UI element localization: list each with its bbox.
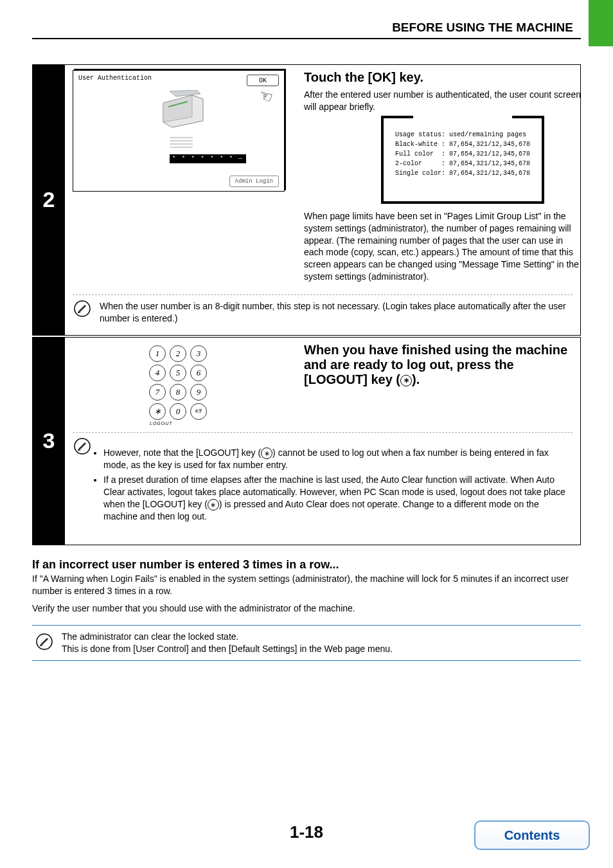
printer-icon <box>157 90 208 129</box>
key-5[interactable]: 5 <box>170 365 186 381</box>
lower-section: If an incorrect user number is entered 3… <box>32 558 581 660</box>
step-3-bullet-list: However, note that the [LOGOUT] key (∗) … <box>100 447 569 525</box>
note-icon <box>74 438 91 457</box>
note-icon <box>36 633 53 653</box>
usage-status-panel: Usage status: used/remaining pages Black… <box>381 118 544 204</box>
svg-marker-2 <box>170 90 200 96</box>
step-2-heading: Touch the [OK] key. <box>304 70 583 85</box>
star-key-icon: ∗ <box>400 375 412 386</box>
paper-slot-icon <box>170 135 193 150</box>
step-number: 2 <box>33 65 65 335</box>
bullet-2: If a preset duration of time elapses aft… <box>103 474 569 523</box>
pointing-hand-icon: ☞ <box>256 86 275 107</box>
masked-input-display: * * * * * * * — <box>170 154 246 163</box>
admin-note: The administrator can clear the locked s… <box>32 625 581 661</box>
step-3-heading: When you have finished using the machine… <box>304 343 573 387</box>
step-3: 3 1 2 3 4 5 6 7 8 9 <box>32 337 581 545</box>
star-key-icon: ∗ <box>208 499 219 511</box>
step-3-notes: However, note that the [LOGOUT] key (∗) … <box>73 438 573 537</box>
page-header: BEFORE USING THE MACHINE <box>392 21 573 35</box>
key-0[interactable]: 0 <box>170 403 186 420</box>
step-number: 3 <box>33 338 65 545</box>
star-key-icon: ∗ <box>261 448 272 459</box>
admin-note-line1: The administrator can clear the locked s… <box>62 631 577 643</box>
logout-key-label: LOGOUT <box>148 421 209 426</box>
usage-status-text: Usage status: used/remaining pages Black… <box>395 130 530 178</box>
step-3-heading-a: When you have finished using the machine… <box>304 343 567 386</box>
step-2: 2 User Authentication OK ☞ <box>32 64 581 336</box>
key-2[interactable]: 2 <box>170 345 186 362</box>
lower-p1: If "A Warning when Login Fails" is enabl… <box>32 573 581 597</box>
numeric-keypad: 1 2 3 4 5 6 7 8 9 ∗ 0 #/P <box>149 343 208 420</box>
bullet-1a: However, note that the [LOGOUT] key ( <box>103 448 261 458</box>
admin-note-line2: This is done from [User Control] and the… <box>62 643 577 655</box>
admin-note-text: The administrator can clear the locked s… <box>62 631 577 655</box>
admin-login-button[interactable]: Admin Login <box>229 176 279 187</box>
contents-button[interactable]: Contents <box>474 820 590 850</box>
key-8[interactable]: 8 <box>170 384 186 401</box>
divider <box>73 432 573 433</box>
header-rule <box>32 38 581 39</box>
key-7[interactable]: 7 <box>149 384 166 401</box>
key-hash-p[interactable]: #/P <box>190 403 207 420</box>
key-6[interactable]: 6 <box>190 365 207 381</box>
lower-heading: If an incorrect user number is entered 3… <box>32 558 581 572</box>
key-4[interactable]: 4 <box>149 365 166 381</box>
step-3-heading-b: ). <box>412 372 420 386</box>
key-1[interactable]: 1 <box>149 345 166 362</box>
step-2-intro: After the entered user number is authent… <box>304 89 583 113</box>
logout-key[interactable]: ∗ <box>149 403 166 420</box>
divider <box>73 294 573 295</box>
step-2-after-usage: When page limits have been set in "Pages… <box>304 210 583 283</box>
step-2-note-text: When the user number is an 8-digit numbe… <box>100 300 569 325</box>
ok-button[interactable]: OK <box>247 75 279 86</box>
section-tab <box>589 0 613 46</box>
key-3[interactable]: 3 <box>190 345 207 362</box>
key-9[interactable]: 9 <box>190 384 207 401</box>
lower-p2: Verify the user number that you should u… <box>32 602 581 615</box>
bullet-1: However, note that the [LOGOUT] key (∗) … <box>103 447 569 471</box>
note-icon <box>74 300 91 320</box>
user-auth-panel: User Authentication OK ☞ <box>73 70 285 192</box>
step-2-note: When the user number is an 8-digit numbe… <box>73 300 573 327</box>
